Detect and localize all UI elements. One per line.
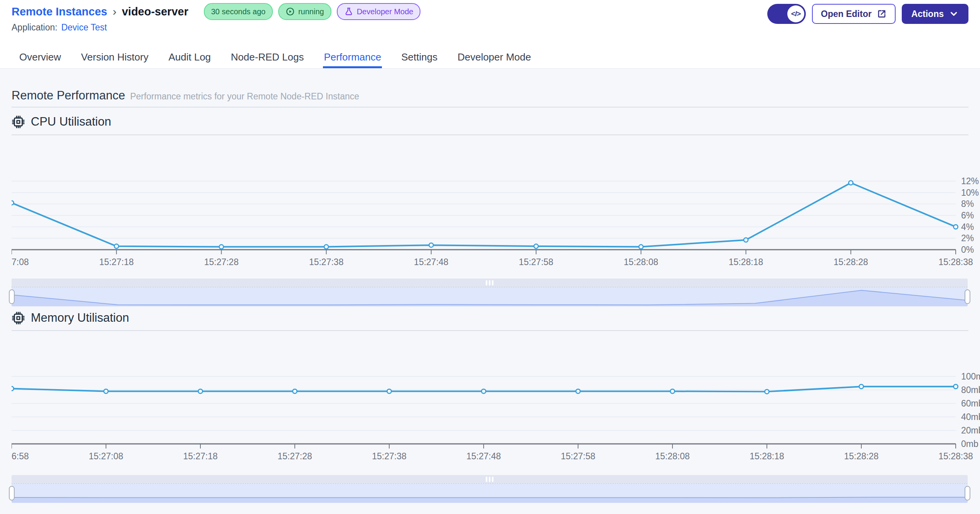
- svg-text:20mb: 20mb: [961, 425, 980, 435]
- divider: [12, 134, 968, 135]
- developer-mode-toggle[interactable]: </>: [767, 4, 806, 24]
- cpu-section-heading: CPU Utilisation: [12, 115, 111, 129]
- tab-version-history[interactable]: Version History: [81, 46, 148, 68]
- tab-audit-log[interactable]: Audit Log: [168, 46, 211, 68]
- application-label: Application:: [12, 22, 57, 33]
- svg-text:15:28:08: 15:28:08: [624, 257, 659, 266]
- svg-text:15:28:28: 15:28:28: [834, 257, 868, 266]
- code-icon: </>: [787, 5, 804, 22]
- svg-text:15:27:58: 15:27:58: [561, 451, 595, 461]
- memory-section-heading: Memory Utilisation: [12, 311, 129, 325]
- tab-performance[interactable]: Performance: [324, 46, 381, 68]
- svg-text:8%: 8%: [961, 199, 974, 209]
- svg-text:15:27:58: 15:27:58: [519, 257, 553, 266]
- page-header: Remote Instances › video-server 30 secon…: [0, 0, 980, 46]
- memory-section-title: Memory Utilisation: [31, 311, 129, 325]
- tab-bar: OverviewVersion HistoryAudit LogNode-RED…: [0, 46, 980, 69]
- tab-label: Version History: [81, 51, 148, 63]
- page-subtitle: Performance metrics for your Remote Node…: [130, 91, 359, 102]
- badge-30-seconds-ago: 30 seconds ago: [204, 3, 273, 20]
- svg-text:2%: 2%: [961, 233, 974, 243]
- svg-text:15:28:38: 15:28:38: [938, 451, 973, 461]
- brush-handle-left[interactable]: [9, 289, 15, 304]
- divider: [12, 330, 968, 331]
- open-editor-label: Open Editor: [821, 9, 872, 19]
- open-editor-button[interactable]: Open Editor: [812, 4, 896, 24]
- svg-text:15:27:38: 15:27:38: [372, 451, 407, 461]
- tab-label: Settings: [401, 51, 437, 63]
- tab-overview[interactable]: Overview: [19, 46, 61, 68]
- cpu-section-title: CPU Utilisation: [31, 115, 111, 129]
- chevron-down-icon: [949, 9, 959, 19]
- tab-label: Performance: [324, 51, 381, 63]
- memory-chart-brush[interactable]: [12, 475, 968, 503]
- svg-text:15:28:28: 15:28:28: [844, 451, 879, 461]
- tab-settings[interactable]: Settings: [401, 46, 437, 68]
- cpu-chart-brush[interactable]: [12, 279, 968, 306]
- application-row: Application: Device Test: [12, 22, 107, 33]
- tab-label: Developer Mode: [457, 51, 531, 63]
- play-circle-icon: [286, 7, 295, 16]
- svg-text:4%: 4%: [961, 222, 974, 232]
- breadcrumb: Remote Instances › video-server 30 secon…: [12, 3, 420, 20]
- svg-text:40mb: 40mb: [961, 412, 980, 422]
- svg-text:15:27:48: 15:27:48: [414, 257, 449, 266]
- badge-label: running: [298, 7, 324, 16]
- svg-text:15:27:48: 15:27:48: [466, 451, 501, 461]
- instance-name: video-server: [122, 5, 188, 18]
- svg-text:15:27:18: 15:27:18: [99, 257, 134, 266]
- svg-text:15:28:38: 15:28:38: [938, 257, 973, 266]
- badge-label: Developer Mode: [357, 7, 414, 16]
- application-link[interactable]: Device Test: [61, 22, 107, 33]
- svg-text:7:08: 7:08: [12, 257, 29, 266]
- svg-text:80mb: 80mb: [961, 385, 980, 395]
- external-link-icon: [877, 9, 887, 19]
- svg-text:15:28:08: 15:28:08: [655, 451, 690, 461]
- svg-text:15:27:08: 15:27:08: [89, 451, 123, 461]
- tab-label: Node-RED Logs: [231, 51, 304, 63]
- page-title: Remote Performance: [12, 89, 125, 102]
- tab-label: Audit Log: [168, 51, 211, 63]
- badge-developer-mode: Developer Mode: [337, 3, 421, 20]
- actions-label: Actions: [911, 9, 944, 19]
- tab-node-red-logs[interactable]: Node-RED Logs: [231, 46, 304, 68]
- actions-button[interactable]: Actions: [902, 4, 968, 24]
- divider: [12, 107, 968, 108]
- svg-text:15:28:18: 15:28:18: [729, 257, 763, 266]
- performance-page: Remote Performance Performance metrics f…: [0, 69, 980, 514]
- cpu-chart: 7:0815:27:1815:27:2815:27:3815:27:4815:2…: [12, 139, 980, 266]
- memory-chip-icon: [12, 311, 25, 325]
- brush-handle-right[interactable]: [965, 486, 970, 501]
- tab-label: Overview: [19, 51, 61, 63]
- memory-brush-preview[interactable]: [12, 475, 968, 503]
- svg-text:15:27:28: 15:27:28: [277, 451, 312, 461]
- svg-text:60mb: 60mb: [961, 398, 980, 408]
- badge-running: running: [278, 3, 331, 20]
- svg-text:15:27:18: 15:27:18: [183, 451, 218, 461]
- brush-handle-right[interactable]: [965, 289, 970, 304]
- chevron-right-icon: ›: [113, 6, 116, 17]
- svg-text:100mb: 100mb: [961, 371, 980, 381]
- memory-chart: 6:5815:27:0815:27:1815:27:2815:27:3815:2…: [12, 347, 980, 462]
- badge-label: 30 seconds ago: [211, 7, 266, 16]
- svg-text:15:28:18: 15:28:18: [750, 451, 784, 461]
- brush-handle-left[interactable]: [9, 486, 15, 501]
- svg-text:0%: 0%: [961, 245, 974, 255]
- svg-text:10%: 10%: [961, 188, 979, 198]
- breadcrumb-parent-link[interactable]: Remote Instances: [12, 5, 107, 18]
- svg-text:15:27:28: 15:27:28: [204, 257, 239, 266]
- cpu-brush-preview[interactable]: [12, 279, 968, 306]
- status-badges: 30 seconds agorunningDeveloper Mode: [204, 3, 421, 20]
- header-actions: </> Open Editor Actions: [767, 4, 968, 24]
- svg-text:0mb: 0mb: [961, 439, 978, 449]
- svg-text:12%: 12%: [961, 176, 979, 186]
- cpu-chip-icon: [12, 115, 25, 129]
- svg-text:15:27:38: 15:27:38: [309, 257, 344, 266]
- flask-icon: [344, 7, 353, 16]
- tab-developer-mode[interactable]: Developer Mode: [457, 46, 531, 68]
- svg-text:6:58: 6:58: [12, 451, 29, 461]
- svg-text:6%: 6%: [961, 210, 974, 220]
